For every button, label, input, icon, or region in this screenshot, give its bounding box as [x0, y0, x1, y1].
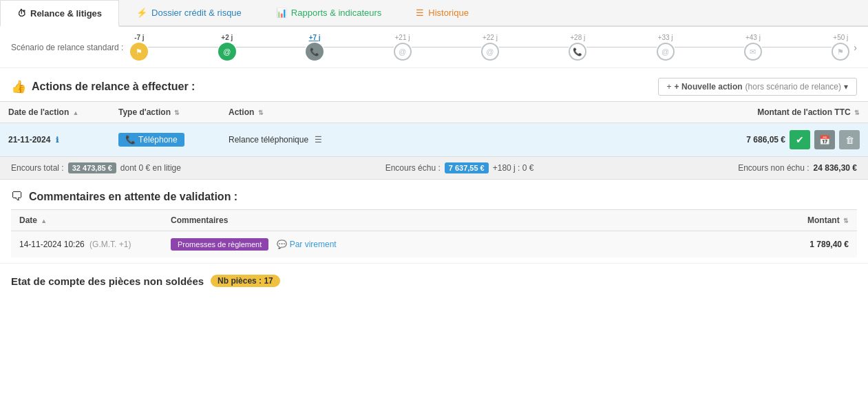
- tab-dossier-label: Dossier crédit & risque: [151, 8, 242, 18]
- actions-section-header: 👍 Actions de relance à effectuer : + + N…: [0, 68, 868, 101]
- timeline-step-7: +33 j @: [657, 34, 675, 61]
- timeline-step-4: +21 j @: [394, 34, 412, 61]
- actions-table-header: Date de l'action ▲ Type d'action ⇅ Actio…: [0, 102, 868, 123]
- promise-badge-text: Promesses de règlement: [178, 240, 262, 248]
- comments-section: 🗨 Commentaires en attente de validation …: [0, 180, 868, 263]
- clock-icon: ⏱: [17, 8, 26, 19]
- row-action-list-icon: ☰: [315, 135, 322, 145]
- sort-montant-icon: ⇅: [843, 218, 849, 224]
- row-type: 📞 Téléphone: [110, 123, 220, 157]
- col-amount[interactable]: Montant de l'action TTC ⇅: [717, 102, 868, 123]
- timeline-track: -7 j ⚑ +2 j @ +7 j 📞 +21 j @ +22 j @: [130, 34, 857, 61]
- comment-date-extra: (G.M.T. +1): [89, 240, 131, 249]
- encours-echu-value: 7 637,55 €: [445, 162, 489, 173]
- encours-non-echu-label: Encours non échu :: [738, 163, 809, 173]
- comment-amount: 1 789,40 €: [809, 240, 849, 249]
- timeline-row: Scénario de relance standard : -7 j ⚑ +2…: [0, 27, 868, 68]
- timeline-day-6: +28 j: [570, 34, 585, 41]
- calendar-button[interactable]: 📅: [814, 130, 835, 149]
- col-date[interactable]: Date de l'action ▲: [0, 102, 110, 123]
- row-action: Relance téléphonique ☰: [220, 123, 717, 157]
- tab-historique[interactable]: ☰ Historique: [399, 0, 486, 25]
- col-action-label: Action: [229, 107, 254, 117]
- table-row: 21-11-2024 ℹ 📞 Téléphone Relance télépho…: [0, 123, 868, 157]
- summary-encours-total: Encours total : 32 473,85 € dont 0 € en …: [11, 162, 181, 173]
- summary-encours-echu: Encours échu : 7 637,55 € +180 j : 0 €: [195, 162, 724, 173]
- col-comment-date-label: Date: [19, 215, 37, 225]
- timeline-label: Scénario de relance standard :: [11, 43, 123, 52]
- timeline-icon-8[interactable]: ✉: [744, 43, 762, 61]
- encours-total-value: 32 473,85 €: [68, 162, 116, 173]
- col-commentaires-label: Commentaires: [171, 215, 228, 225]
- bottom-title: Etat de compte des pièces non soldées: [11, 275, 204, 287]
- tab-relance-label: Relance & litiges: [30, 8, 102, 19]
- tab-bar: ⏱ Relance & litiges ⚡ Dossier crédit & r…: [0, 0, 868, 27]
- promise-badge: Promesses de règlement: [171, 238, 268, 251]
- actions-thumb-icon: 👍: [11, 79, 26, 94]
- tab-dossier[interactable]: ⚡ Dossier crédit & risque: [119, 0, 259, 25]
- tab-rapports[interactable]: 📊 Rapports & indicateurs: [259, 0, 399, 25]
- col-montant[interactable]: Montant ⇅: [719, 210, 857, 231]
- timeline-step-2: +2 j @: [218, 34, 236, 61]
- par-virement-text: Par virement: [290, 240, 337, 249]
- comments-title: Commentaires en attente de validation :: [29, 191, 237, 203]
- col-comment-date[interactable]: Date ▲: [11, 210, 162, 231]
- comment-date-cell: 14-11-2024 10:26 (G.M.T. +1): [11, 231, 162, 258]
- timeline-icon-7[interactable]: @: [657, 43, 675, 61]
- encours-echu-label: Encours échu :: [385, 163, 441, 173]
- sort-action-icon: ⇅: [258, 109, 264, 116]
- summary-encours-non-echu: Encours non échu : 24 836,30 €: [738, 163, 857, 173]
- timeline-icon-1[interactable]: ⚑: [130, 43, 148, 61]
- row-date: 21-11-2024 ℹ: [0, 123, 110, 157]
- timeline-icon-9[interactable]: ⚑: [832, 43, 849, 61]
- plus-icon: +: [667, 82, 672, 92]
- timeline-day-2: +2 j: [221, 34, 233, 41]
- comment-content-cell: Promesses de règlement 💬 Par virement: [162, 231, 719, 258]
- timeline-icon-2[interactable]: @: [218, 43, 236, 61]
- comments-header: 🗨 Commentaires en attente de validation …: [11, 189, 857, 204]
- sort-amount-icon: ⇅: [854, 109, 860, 116]
- sort-date-icon: ▲: [73, 109, 79, 116]
- comment-date-text: 14-11-2024 10:26: [19, 240, 85, 249]
- comment-row: 14-11-2024 10:26 (G.M.T. +1) Promesses d…: [11, 231, 857, 258]
- nouvelle-action-btn[interactable]: + + Nouvelle action (hors scénario de re…: [658, 78, 857, 96]
- timeline-icon-6[interactable]: 📞: [569, 43, 586, 61]
- timeline-day-7: +33 j: [658, 34, 673, 41]
- speech-bubble-icon: 💬: [277, 240, 287, 249]
- delete-button[interactable]: 🗑: [839, 130, 860, 149]
- col-date-label: Date de l'action: [8, 107, 69, 117]
- timeline-day-3: +7 j: [309, 34, 321, 41]
- col-action[interactable]: Action ⇅: [220, 102, 717, 123]
- col-commentaires: Commentaires: [162, 210, 719, 231]
- nouvelle-action-label: + Nouvelle action: [675, 82, 743, 92]
- par-virement-link[interactable]: 💬 Par virement: [277, 240, 337, 249]
- lightning-icon: ⚡: [136, 8, 147, 18]
- litige-label: dont 0 € en litige: [120, 163, 181, 173]
- timeline-day-8: +43 j: [745, 34, 761, 41]
- row-action-text: Relance téléphonique: [229, 135, 308, 145]
- col-type[interactable]: Type d'action ⇅: [110, 102, 220, 123]
- tab-historique-label: Historique: [428, 8, 469, 18]
- timeline-icon-4[interactable]: @: [394, 43, 412, 61]
- row-amount: 7 686,05 €: [746, 135, 785, 145]
- timeline-icon-3[interactable]: 📞: [306, 43, 324, 61]
- encours-echu-extra: +180 j : 0 €: [493, 163, 534, 173]
- timeline-step-8: +43 j ✉: [744, 34, 762, 61]
- nb-pieces-badge: Nb pièces : 17: [211, 275, 280, 287]
- tab-rapports-label: Rapports & indicateurs: [291, 8, 382, 18]
- timeline-day-4: +21 j: [395, 34, 410, 41]
- menu-icon: ☰: [416, 8, 424, 18]
- timeline-icon-5[interactable]: @: [481, 43, 499, 61]
- timeline-step-9: +50 j ⚑: [832, 34, 849, 61]
- validate-button[interactable]: ✔: [790, 130, 810, 149]
- row-date-info-icon: ℹ: [56, 136, 59, 144]
- comment-speech-icon: 🗨: [11, 189, 23, 204]
- nouvelle-action-sub: (hors scénario de relance): [745, 82, 841, 92]
- timeline-day-5: +22 j: [483, 34, 498, 41]
- row-amount-cell: 7 686,05 € ✔ 📅 🗑: [717, 123, 868, 157]
- col-type-label: Type d'action: [118, 107, 171, 117]
- timeline-step-1: -7 j ⚑: [130, 34, 148, 61]
- timeline-arrow: ›: [854, 42, 857, 53]
- actions-title: Actions de relance à effectuer :: [32, 81, 195, 93]
- tab-relance[interactable]: ⏱ Relance & litiges: [0, 0, 119, 27]
